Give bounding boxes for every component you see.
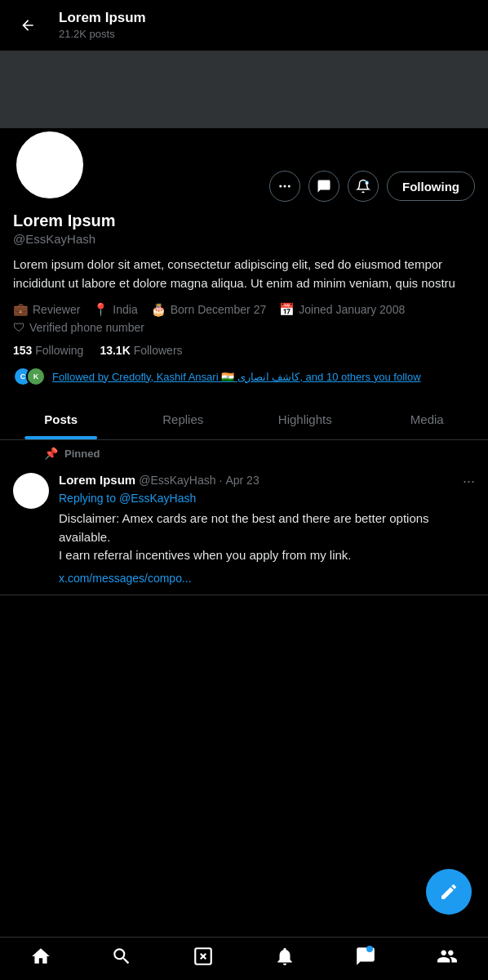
svg-point-1 [284,185,286,188]
job-icon: 💼 [13,302,29,317]
profile-handle: @EssKayHash [13,232,475,246]
avatar [13,128,87,202]
tab-media[interactable]: Media [366,399,489,439]
follower-avatar-2: K [26,367,46,386]
top-bar-info: Lorem Ipsum 21.2K posts [59,10,146,41]
followed-by-text[interactable]: Followed by Credofly, Kashif Ansari 🇮🇳 ک… [52,371,421,383]
message-button[interactable] [308,171,339,202]
meta-verified-text: Verified phone number [29,321,144,334]
notification-button[interactable]: + [348,171,379,202]
svg-point-0 [279,185,282,188]
top-bar: Lorem Ipsum 21.2K posts [0,0,488,51]
calendar-icon: 📅 [279,302,295,317]
tab-replies[interactable]: Replies [122,399,245,439]
tweet-more-button[interactable]: ··· [463,473,475,490]
feed: 📌 Pinned Lorem Ipsum @EssKayHash · Apr 2… [0,440,488,595]
tweet-dot: · [220,474,223,487]
meta-verified-phone: 🛡 Verified phone number [13,320,144,334]
tweet-author-info: Lorem Ipsum @EssKayHash · Apr 23 [59,473,260,487]
top-bar-title: Lorem Ipsum [59,10,146,26]
tweet-author-name: Lorem Ipsum [59,473,135,487]
pinned-label: 📌 Pinned [0,440,488,463]
tweet-card: Lorem Ipsum @EssKayHash · Apr 23 ··· Rep… [0,463,488,595]
tab-highlights[interactable]: Highlights [244,399,366,439]
svg-point-2 [288,185,291,188]
profile-top-row: + Following [13,128,475,202]
tweet-header: Lorem Ipsum @EssKayHash · Apr 23 ··· [59,473,475,490]
nav-search[interactable] [111,946,132,967]
meta-location: 📍 India [93,302,137,317]
meta-birthday: 🎂 Born December 27 [151,302,267,317]
profile-tabs: Posts Replies Highlights Media [0,399,488,440]
meta-joined-text: Joined January 2008 [299,303,405,316]
profile-meta: 💼 Reviewer 📍 India 🎂 Born December 27 📅 … [13,302,475,334]
tweet-avatar [13,473,49,509]
meta-job: 💼 Reviewer [13,302,80,317]
pin-icon: 📌 [44,447,58,460]
tweet-reply-to: Replying to @EssKayHash [59,492,475,505]
posts-count: 21.2K posts [59,28,115,40]
more-options-button[interactable] [269,171,300,202]
back-button[interactable] [13,11,42,40]
tweet-content: Lorem Ipsum @EssKayHash · Apr 23 ··· Rep… [59,473,475,585]
tweet-text: Disclaimer: Amex cards are not the best … [59,510,475,565]
profile-section: + Following Lorem Ipsum @EssKayHash Lore… [0,128,488,399]
compose-fab[interactable] [426,869,472,915]
nav-spaces[interactable] [193,946,214,967]
profile-actions: + Following [269,171,475,202]
tab-posts[interactable]: Posts [0,399,122,439]
followed-by: C K Followed by Credofly, Kashif Ansari … [13,367,475,386]
followers-count[interactable]: 13.1K Followers [100,344,182,357]
tweet-author-handle: @EssKayHash [139,474,215,487]
meta-job-text: Reviewer [33,303,80,316]
follower-avatars: C K [13,367,46,386]
birthday-icon: 🎂 [151,302,166,317]
nav-profile[interactable] [437,946,458,967]
meta-birthday-text: Born December 27 [171,303,267,316]
tweet-link[interactable]: x.com/messages/compo... [59,572,475,585]
nav-notifications[interactable] [274,946,295,967]
profile-name: Lorem Ipsum [13,212,475,230]
following-count[interactable]: 153 Following [13,344,83,357]
bottom-nav [0,937,488,980]
meta-joined: 📅 Joined January 2008 [279,302,405,317]
follow-counts: 153 Following 13.1K Followers [13,344,475,357]
following-button[interactable]: Following [387,172,475,201]
meta-location-text: India [113,303,137,316]
nav-home[interactable] [30,946,51,967]
tweet-date: Apr 23 [225,474,259,487]
profile-bio: Lorem ipsum dolor sit amet, consectetur … [13,256,475,292]
nav-messages[interactable] [355,946,376,967]
location-icon: 📍 [93,302,109,317]
shield-icon: 🛡 [13,320,25,334]
tweet-reply-handle[interactable]: @EssKayHash [119,492,196,505]
